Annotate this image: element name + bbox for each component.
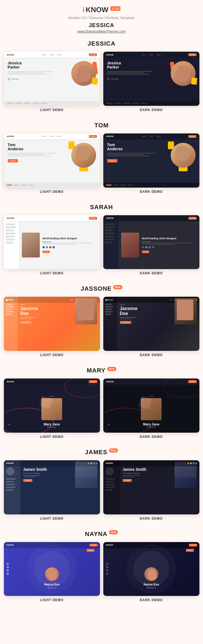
tom-light-label: LIGHT DEMO bbox=[40, 190, 64, 194]
mary-dark-center: Portfolio Mary Jane UI/UX Designer bbox=[103, 385, 199, 433]
jessica-dark-cta[interactable]: Hire Me bbox=[188, 53, 197, 56]
demo-card-james-light[interactable]: iKNOW bbox=[4, 460, 100, 514]
nayna-dark-socials bbox=[106, 563, 108, 575]
jessica-dark-name: JessicaParker bbox=[107, 61, 168, 70]
tom-dark-about-btn[interactable]: About Me bbox=[107, 159, 117, 162]
demo-card-nayna-dark[interactable]: iKNOW Hire Me Portfolio bbox=[103, 542, 199, 596]
james-light-logo: iKNOW bbox=[6, 462, 14, 464]
section-title-james-wrap: JAMES New bbox=[3, 449, 200, 456]
sarah-dark-socials bbox=[142, 246, 197, 248]
james-new-badge: New bbox=[109, 448, 118, 453]
sarah-light-socials bbox=[43, 246, 97, 248]
james-dark-subtitle: UI/UX Designer & Developer bbox=[123, 472, 146, 474]
demo-card-tom-dark[interactable]: iKNOW Hire Me TomAnderso About Me bbox=[103, 133, 199, 188]
mary-light-label: LIGHT DEMO bbox=[40, 435, 64, 439]
jassone-new-badge: New bbox=[113, 285, 122, 289]
page-header: i KNOW V 2.0 Modern CV / Resume / Portfo… bbox=[3, 6, 200, 33]
demo-card-sarah-dark[interactable]: iKNOW Hire Me bbox=[103, 215, 199, 269]
sarah-light-label: LIGHT DEMO bbox=[40, 271, 64, 275]
tagline: Modern CV / Resume / Portfolio Template bbox=[68, 16, 135, 20]
section-title-mary-wrap: MARY New bbox=[3, 367, 200, 374]
demo-card-james-dark[interactable]: iKNOW bbox=[103, 460, 199, 514]
tom-dark-cta[interactable]: Hire Me bbox=[188, 135, 197, 138]
sarah-light-sidebar bbox=[4, 221, 19, 269]
mary-dark-name: Mary Jane bbox=[143, 422, 159, 426]
demo-item-nayna-dark: iKNOW Hire Me Portfolio bbox=[103, 542, 199, 602]
section-title-mary: MARY bbox=[87, 367, 106, 374]
section-sarah: SARAH iKNOW Hire Me bbox=[3, 204, 200, 275]
demo-card-mary-light[interactable]: iKNOW Hire Me Portfolio Mary Ja bbox=[4, 378, 100, 433]
nayna-light-photo bbox=[45, 567, 59, 581]
tom-light-about-btn[interactable]: About Me bbox=[8, 159, 18, 162]
mary-dark-plus: + bbox=[107, 422, 110, 427]
sarah-light-cta[interactable]: Hire Me bbox=[89, 217, 97, 220]
website-link[interactable]: www.DownloadNewThemes.com bbox=[77, 30, 126, 33]
jessica-light-play[interactable]: ▶ Play Video bbox=[8, 77, 19, 81]
tom-light-cta[interactable]: Hire Me bbox=[89, 135, 97, 138]
sarah-light-content: World leading UI/UX designer Sarah Jessi… bbox=[43, 237, 97, 253]
jessica-light-cta[interactable]: Hire Me bbox=[89, 53, 97, 56]
jessica-light-logo: iKNOW bbox=[7, 54, 14, 56]
tom-dark-label: DARK DEMO bbox=[140, 190, 163, 194]
jassone-light-sidenav bbox=[4, 297, 18, 351]
demo-card-tom-light[interactable]: iKNOW Hire Me TomAnderso About Me bbox=[4, 133, 100, 188]
sarah-dark-hero: World leading UI/UX designer Sarah Jessi… bbox=[118, 221, 199, 269]
mary-light-center: Portfolio Mary Jane UI/UX Designer bbox=[4, 385, 100, 433]
sarah-dark-btn[interactable]: Hire Me bbox=[142, 251, 149, 253]
james-light-mockup: iKNOW bbox=[4, 460, 100, 514]
james-light-navbar: iKNOW bbox=[4, 460, 100, 466]
logo-area: i KNOW V 2.0 bbox=[83, 6, 120, 14]
jessica-light-name: JessicaParker bbox=[8, 61, 68, 70]
tom-dark-logo: iKNOW bbox=[106, 135, 114, 138]
demo-card-jessica-light[interactable]: iKNOW Hire Me JessicaParker bbox=[4, 52, 100, 106]
sarah-light-btn[interactable]: Hire Me bbox=[43, 251, 50, 253]
section-title-sarah-wrap: SARAH bbox=[3, 204, 200, 211]
jassone-dark-subtitle: Portfolio bbox=[120, 304, 138, 305]
demo-item-tom-dark: iKNOW Hire Me TomAnderso About Me bbox=[103, 133, 199, 194]
section-title-jassone-wrap: JASSONE New bbox=[3, 285, 200, 292]
jassone-dark-sidenav bbox=[103, 297, 117, 351]
nayna-dark-cta[interactable]: Hire Me bbox=[189, 544, 197, 546]
jessica-dark-play[interactable]: ▶ Play Video bbox=[107, 77, 118, 81]
demo-card-nayna-light[interactable]: iKNOW Hire Me Portfolio bbox=[4, 542, 100, 596]
sarah-light-main: World leading UI/UX designer Sarah Jessi… bbox=[19, 221, 100, 269]
section-title-text: JESSICA bbox=[88, 40, 115, 47]
demo-card-jassone-dark[interactable]: iKNOW Hire Me bbox=[103, 297, 199, 351]
jassone-light-name: JassoneDoe bbox=[20, 306, 38, 316]
demo-item-mary-light: iKNOW Hire Me Portfolio Mary Ja bbox=[4, 378, 100, 439]
logo-know: KNOW bbox=[86, 6, 108, 14]
jessica-dark-hero: JessicaParker ▶ Play Video bbox=[103, 58, 199, 89]
jassone-dark-photo bbox=[175, 298, 197, 324]
tom-light-name: TomAnderso bbox=[8, 143, 68, 151]
section-jessica: JESSICA iKNOW Hire Me bbox=[3, 40, 200, 112]
demo-item-mary-dark: iKNOW Hire Me Portfolio Mary Ja bbox=[103, 378, 199, 439]
demo-pair-nayna: iKNOW Hire Me Portfolio bbox=[3, 542, 200, 602]
nayna-light-cta[interactable]: Hire Me bbox=[89, 544, 98, 546]
demo-card-jassone-light[interactable]: iKNOW Hire Me bbox=[4, 297, 100, 351]
jassone-dark-btn[interactable]: Learn More bbox=[120, 321, 131, 324]
demo-card-jessica-dark[interactable]: iKNOW Hire Me JessicaParker bbox=[103, 52, 199, 106]
tom-light-navbar: iKNOW Hire Me bbox=[4, 133, 100, 140]
james-light-cta-btn[interactable]: Hire Me bbox=[23, 479, 33, 482]
james-dark-avatar bbox=[106, 467, 114, 475]
nayna-dark-sig: Nayna Eva bbox=[144, 587, 159, 589]
sarah-dark-label: DARK DEMO bbox=[140, 271, 163, 275]
demo-pair-james: iKNOW bbox=[3, 460, 200, 521]
james-light-subtitle: UI/UX Designer & Developer bbox=[23, 472, 47, 474]
tom-light-text: TomAnderso About Me bbox=[8, 143, 68, 162]
section-nayna: NAYNA New iKNOW Hire Me bbox=[3, 530, 200, 602]
logo-i: i bbox=[83, 6, 85, 14]
section-title-nayna: NAYNA bbox=[85, 530, 107, 538]
demo-card-mary-dark[interactable]: iKNOW Hire Me Portfolio Mary Ja bbox=[103, 378, 199, 433]
demo-card-sarah-light[interactable]: iKNOW Hire Me bbox=[4, 215, 100, 269]
jessica-dark-photo-wrap bbox=[171, 61, 196, 86]
james-light-content: James Smith UI/UX Designer & Developer H… bbox=[23, 467, 47, 482]
mary-light-mockup: iKNOW Hire Me Portfolio Mary Ja bbox=[4, 378, 100, 433]
james-dark-cta-btn[interactable]: Hire Me bbox=[123, 479, 132, 482]
sarah-light-navbar: iKNOW Hire Me bbox=[4, 215, 100, 221]
sarah-dark-cta[interactable]: Hire Me bbox=[188, 217, 197, 220]
jassone-light-btn[interactable]: Learn More bbox=[20, 321, 32, 324]
sarah-dark-sidebar bbox=[103, 221, 118, 269]
section-title-jassone: JASSONE bbox=[81, 285, 112, 292]
james-dark-mockup: iKNOW bbox=[103, 460, 199, 514]
